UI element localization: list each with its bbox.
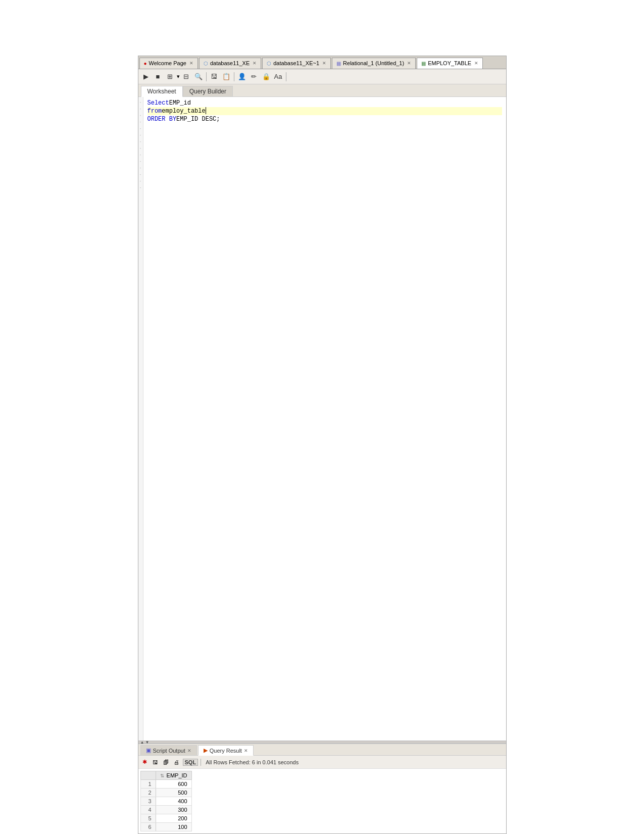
table-row: 2500 (140, 789, 191, 797)
editor-tabs: Worksheet Query Builder (138, 84, 506, 97)
run-button[interactable]: ▶ (140, 71, 152, 82)
sql-line-2: from employ_table (147, 107, 502, 115)
tab-relational[interactable]: ▦ Relational_1 (Untitled_1) ✕ (332, 58, 416, 69)
query-result-label: Query Result (210, 748, 242, 754)
table-icon: ▦ (421, 61, 426, 66)
sql-editor: · · · · · · · · · · · · · · Select EMP_i… (138, 97, 506, 741)
tab-relational-label: Relational_1 (Untitled_1) (343, 60, 404, 66)
tab-script-output[interactable]: ▣ Script Output ✕ (140, 745, 197, 755)
edit-button[interactable]: ✏ (249, 71, 260, 82)
results-separator (201, 759, 201, 766)
separator-1 (206, 72, 207, 81)
results-table-body: 160025003400430052006100 (140, 780, 191, 831)
format-button[interactable]: Aа (273, 71, 284, 82)
open-button[interactable]: ⊞ (165, 71, 176, 82)
separator-3 (286, 72, 286, 81)
paste-button[interactable]: 📋 (221, 71, 232, 82)
sql-editor-content[interactable]: Select EMP_id from employ_table ORDER BY… (143, 97, 506, 741)
emp-id-cell: 400 (156, 797, 191, 806)
tab-welcome-label: Welcome Page (149, 60, 186, 66)
emp-id-header[interactable]: ⇅ EMP_ID (156, 771, 191, 780)
script-output-icon: ▣ (146, 747, 151, 754)
sql-line-1: Select EMP_id (147, 99, 502, 107)
line-numbers: · · · · · · · · · · · · · · (138, 97, 143, 741)
find-button[interactable]: 🔍 (193, 71, 204, 82)
row-number: 2 (140, 789, 156, 797)
table-header-row: ⇅ EMP_ID (140, 771, 191, 780)
tab-employ-table[interactable]: ▦ EMPLOY_TABLE ✕ (417, 58, 483, 69)
tab-db1-close[interactable]: ✕ (322, 61, 326, 66)
emp-id-cell: 500 (156, 789, 191, 797)
row-num-header (140, 771, 156, 780)
db-icon-2: ⬡ (267, 61, 271, 66)
user-button[interactable]: 👤 (236, 71, 247, 82)
dropdown-arrow[interactable]: ▾ (177, 73, 180, 80)
table-row: 3400 (140, 797, 191, 806)
row-number: 6 (140, 823, 156, 831)
results-toolbar: ✱ 🖫 🗐 🖨 SQL All Rows Fetched: 6 in 0.041… (138, 756, 506, 769)
script-output-label: Script Output (153, 748, 185, 754)
db-icon-1: ⬡ (204, 61, 208, 66)
tab-welcome-page[interactable]: ● Welcome Page ✕ (139, 58, 198, 69)
tab-relational-close[interactable]: ✕ (407, 61, 411, 66)
main-toolbar: ▶ ■ ⊞ ▾ ⊟ 🔍 🖫 📋 👤 ✏ 🔒 Aа (138, 69, 506, 84)
tab-worksheet[interactable]: Worksheet (141, 86, 183, 97)
sql-line-3: ORDER BY EMP_ID DESC; (147, 115, 502, 123)
results-panel: ▣ Script Output ✕ ▶ Query Result ✕ ✱ 🖫 🗐… (138, 744, 506, 833)
row-number: 4 (140, 806, 156, 814)
results-table: ⇅ EMP_ID 160025003400430052006100 (140, 771, 192, 831)
relational-icon: ▦ (336, 61, 341, 66)
table-row: 4300 (140, 806, 191, 814)
tab-db-label: database11_XE (210, 60, 250, 66)
emp-id-cell: 200 (156, 814, 191, 823)
separator-2 (234, 72, 234, 81)
tab-query-builder[interactable]: Query Builder (183, 86, 233, 96)
app-window: ● Welcome Page ✕ ⬡ database11_XE ✕ ⬡ dat… (138, 56, 507, 834)
query-result-icon: ▶ (204, 747, 208, 754)
data-table-container: ⇅ EMP_ID 160025003400430052006100 (138, 769, 506, 833)
tab-employ-label: EMPLOY_TABLE (428, 60, 471, 66)
sql-link-button[interactable]: SQL (183, 759, 199, 766)
history-button[interactable]: ⊟ (181, 71, 192, 82)
emp-id-cell: 600 (156, 780, 191, 789)
row-number: 3 (140, 797, 156, 806)
tab-database11-xe1[interactable]: ⬡ database11_XE~1 ✕ (262, 58, 331, 69)
tab-employ-close[interactable]: ✕ (474, 61, 478, 66)
tab-query-result[interactable]: ▶ Query Result ✕ (198, 745, 254, 756)
app-container: ● Welcome Page ✕ ⬡ database11_XE ✕ ⬡ dat… (0, 0, 644, 834)
save-button[interactable]: ■ (153, 71, 164, 82)
table-row: 5200 (140, 814, 191, 823)
tab-bar: ● Welcome Page ✕ ⬡ database11_XE ✕ ⬡ dat… (138, 56, 506, 69)
table-row: 1600 (140, 780, 191, 789)
emp-id-cell: 300 (156, 806, 191, 814)
query-result-close[interactable]: ✕ (244, 748, 248, 753)
cursor (206, 107, 206, 114)
lock-button[interactable]: 🔒 (261, 71, 272, 82)
results-tabs: ▣ Script Output ✕ ▶ Query Result ✕ (138, 744, 506, 756)
column-sort-icon: ⇅ (160, 773, 164, 778)
copy-button[interactable]: 🖫 (209, 71, 220, 82)
results-copy-button[interactable]: 🗐 (162, 758, 171, 767)
emp-id-cell: 100 (156, 823, 191, 831)
column-header-label: EMP_ID (167, 772, 187, 778)
script-output-close[interactable]: ✕ (187, 748, 191, 753)
tab-welcome-close[interactable]: ✕ (189, 61, 193, 66)
results-print-button[interactable]: 🖨 (172, 758, 181, 767)
row-number: 5 (140, 814, 156, 823)
results-status-text: All Rows Fetched: 6 in 0.041 seconds (206, 759, 299, 765)
row-number: 1 (140, 780, 156, 789)
results-save-button[interactable]: 🖫 (151, 758, 160, 767)
tab-db1-label: database11_XE~1 (273, 60, 319, 66)
debug-button[interactable]: ✱ (140, 758, 150, 767)
table-row: 6100 (140, 823, 191, 831)
tab-db-close[interactable]: ✕ (253, 61, 257, 66)
welcome-icon: ● (144, 61, 147, 66)
tab-database11-xe[interactable]: ⬡ database11_XE ✕ (199, 58, 261, 69)
